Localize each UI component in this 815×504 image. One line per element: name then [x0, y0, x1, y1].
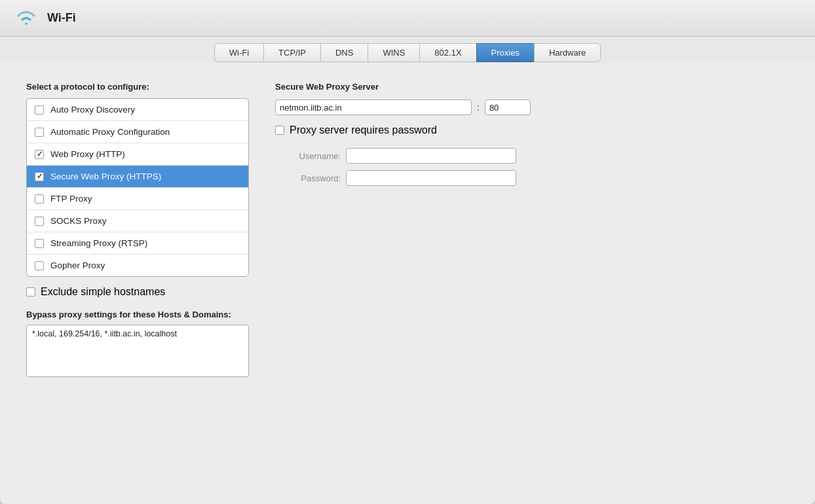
- colon-separator: :: [477, 102, 480, 113]
- tab-bar: Wi-Fi TCP/IP DNS WINS 802.1X Proxies Har…: [0, 37, 815, 62]
- server-address-input[interactable]: [275, 99, 472, 115]
- password-check-label: Proxy server requires password: [290, 124, 437, 136]
- title-bar: Wi-Fi: [0, 0, 815, 37]
- checkbox-auto-config[interactable]: [35, 128, 44, 137]
- protocol-label-streaming-proxy: Streaming Proxy (RTSP): [50, 238, 147, 248]
- checkbox-streaming-proxy[interactable]: [35, 239, 44, 248]
- tab-proxies[interactable]: Proxies: [476, 43, 534, 62]
- protocol-list: Auto Proxy Discovery Automatic Proxy Con…: [26, 98, 249, 277]
- proxy-server-label: Secure Web Proxy Server: [275, 82, 789, 92]
- checkbox-auto-discovery[interactable]: [35, 105, 44, 115]
- exclude-label: Exclude simple hostnames: [41, 286, 165, 298]
- username-input[interactable]: [346, 148, 516, 164]
- password-field-row: Password:: [275, 170, 789, 186]
- tab-tcpip[interactable]: TCP/IP: [263, 43, 320, 62]
- tab-wifi[interactable]: Wi-Fi: [214, 43, 263, 62]
- protocol-label-auto-discovery: Auto Proxy Discovery: [50, 105, 135, 115]
- tab-hardware[interactable]: Hardware: [534, 43, 601, 62]
- protocol-item-socks-proxy[interactable]: SOCKS Proxy: [27, 210, 248, 232]
- checkbox-exclude-hostnames[interactable]: [26, 287, 35, 297]
- main-window: Wi-Fi Wi-Fi TCP/IP DNS WINS 802.1X Proxi…: [0, 0, 815, 504]
- protocol-item-streaming-proxy[interactable]: Streaming Proxy (RTSP): [27, 232, 248, 255]
- protocol-label-web-proxy-http: Web Proxy (HTTP): [50, 149, 125, 159]
- exclude-row: Exclude simple hostnames: [26, 286, 249, 298]
- checkbox-requires-password[interactable]: [275, 126, 284, 135]
- server-port-input[interactable]: [485, 99, 531, 115]
- protocol-item-ftp-proxy[interactable]: FTP Proxy: [27, 188, 248, 210]
- checkbox-ftp-proxy[interactable]: [35, 194, 44, 204]
- password-row: Proxy server requires password: [275, 124, 789, 136]
- protocol-label-socks-proxy: SOCKS Proxy: [50, 216, 107, 226]
- checkmark-web-proxy-http: ✓: [37, 151, 43, 158]
- checkbox-web-proxy-http[interactable]: ✓: [35, 150, 44, 159]
- checkbox-gopher-proxy[interactable]: [35, 261, 44, 270]
- left-panel: Select a protocol to configure: Auto Pro…: [26, 82, 249, 481]
- bypass-label: Bypass proxy settings for these Hosts & …: [26, 310, 249, 319]
- protocol-item-auto-config[interactable]: Automatic Proxy Configuration: [27, 121, 248, 143]
- username-row: Username:: [275, 148, 789, 164]
- protocol-item-auto-discovery[interactable]: Auto Proxy Discovery: [27, 99, 248, 121]
- checkmark-secure-web-proxy: ✓: [37, 173, 43, 180]
- password-label: Password:: [275, 173, 341, 183]
- wifi-icon: [13, 5, 39, 31]
- tab-8021x[interactable]: 802.1X: [419, 43, 476, 62]
- tab-dns[interactable]: DNS: [320, 43, 368, 62]
- password-input[interactable]: [346, 170, 516, 186]
- tab-wins[interactable]: WINS: [368, 43, 419, 62]
- main-content: Select a protocol to configure: Auto Pro…: [0, 62, 815, 494]
- protocol-label-ftp-proxy: FTP Proxy: [50, 194, 92, 204]
- right-panel: Secure Web Proxy Server : Proxy server r…: [275, 82, 789, 481]
- server-row: :: [275, 99, 789, 115]
- window-title: Wi-Fi: [47, 11, 76, 25]
- protocol-label-auto-config: Automatic Proxy Configuration: [50, 127, 170, 137]
- protocol-label-secure-web-proxy: Secure Web Proxy (HTTPS): [50, 171, 161, 181]
- checkbox-socks-proxy[interactable]: [35, 217, 44, 226]
- bypass-textarea[interactable]: *.local, 169.254/16, *.iitb.ac.in, local…: [26, 325, 249, 377]
- username-label: Username:: [275, 151, 341, 161]
- protocol-item-web-proxy-http[interactable]: ✓ Web Proxy (HTTP): [27, 143, 248, 166]
- protocol-section-label: Select a protocol to configure:: [26, 82, 249, 92]
- protocol-label-gopher-proxy: Gopher Proxy: [50, 261, 105, 270]
- checkbox-secure-web-proxy[interactable]: ✓: [35, 172, 44, 181]
- protocol-item-secure-web-proxy[interactable]: ✓ Secure Web Proxy (HTTPS): [27, 166, 248, 188]
- protocol-item-gopher-proxy[interactable]: Gopher Proxy: [27, 255, 248, 276]
